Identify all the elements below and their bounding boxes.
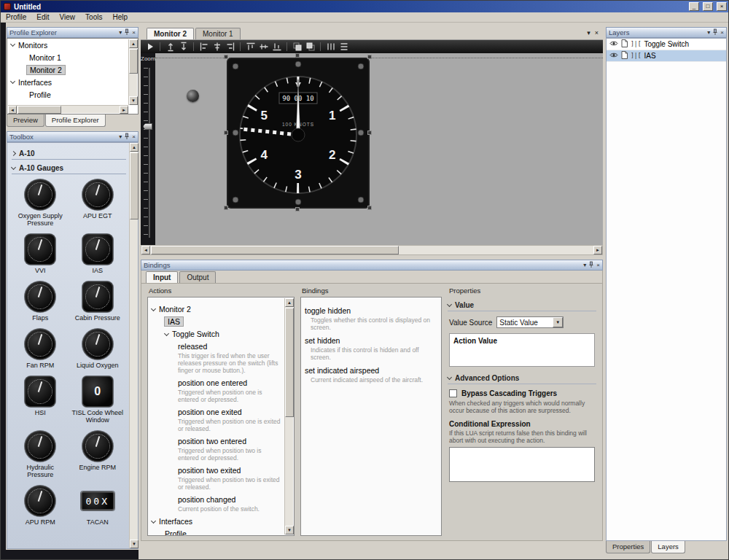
scroll-thumb[interactable] <box>285 308 294 417</box>
binding-toggle-hidden[interactable]: toggle hidden <box>305 306 437 315</box>
expander-icon[interactable] <box>151 518 156 523</box>
tab-preview[interactable]: Preview <box>7 114 44 127</box>
toggle-switch-control[interactable] <box>187 90 199 102</box>
tree-item-monitor-1[interactable]: Monitor 1 <box>7 51 138 63</box>
scroll-left-button[interactable]: ◄ <box>141 246 150 254</box>
tree-item-interfaces[interactable]: Interfaces <box>7 76 138 88</box>
close-document-icon[interactable]: × <box>595 29 599 36</box>
document-list-icon[interactable]: ▾ <box>587 29 590 36</box>
toolbox-header[interactable]: Toolbox ▾ × <box>7 131 139 142</box>
scroll-thumb[interactable] <box>129 49 138 74</box>
tree-item-profile[interactable]: Profile <box>7 88 138 101</box>
tab-output[interactable]: Output <box>179 271 216 283</box>
selection-handle[interactable] <box>295 207 300 211</box>
tab-monitor-2[interactable]: Monitor 2 <box>147 28 194 39</box>
selection-handle[interactable] <box>224 55 228 59</box>
move-up-icon[interactable] <box>164 41 176 52</box>
align-middle-icon[interactable] <box>257 41 270 52</box>
tab-properties[interactable]: Properties <box>606 541 650 553</box>
toolbox-item[interactable]: Liquid Oxygen <box>71 329 125 369</box>
expander-icon[interactable] <box>10 42 15 47</box>
lock-dock-icon[interactable]: ]|[ <box>631 41 641 47</box>
close-icon[interactable]: × <box>132 30 136 36</box>
value-section-header[interactable]: Value <box>448 300 596 311</box>
toolbox-item[interactable]: VVI <box>13 234 67 274</box>
toolbox-vertical-scrollbar[interactable]: ▲ ▼ <box>129 143 138 548</box>
selection-handle[interactable] <box>367 55 372 59</box>
toolbox-item[interactable]: Fan RPM <box>13 329 67 369</box>
close-icon[interactable]: × <box>720 30 724 36</box>
profile-explorer-header[interactable]: Profile Explorer ▾ × <box>7 27 139 38</box>
selection-handle[interactable] <box>224 131 228 135</box>
action-trigger-position-two-entered[interactable]: position two entered <box>178 437 283 446</box>
menu-edit[interactable]: Edit <box>31 13 54 21</box>
distribute-horizontal-icon[interactable] <box>324 41 337 52</box>
align-center-icon[interactable] <box>211 41 223 52</box>
chevron-down-icon[interactable]: ▾ <box>583 262 586 268</box>
layer-row-ias[interactable]: ]|[ IAS <box>607 50 726 62</box>
bypass-cascading-triggers-checkbox[interactable] <box>449 389 457 397</box>
tab-layers[interactable]: Layers <box>651 541 685 553</box>
toolbox-section-a10-gauges[interactable]: A-10 Gauges <box>12 162 126 174</box>
tree-item-monitors[interactable]: Monitors <box>7 39 138 51</box>
scroll-down-button[interactable]: ▼ <box>285 526 294 534</box>
action-trigger-position-one-exited[interactable]: position one exited <box>178 408 283 416</box>
tab-monitor-1[interactable]: Monitor 1 <box>195 28 241 39</box>
scroll-thumb[interactable] <box>130 152 139 219</box>
chevron-down-icon[interactable]: ▾ <box>119 30 122 36</box>
pin-icon[interactable] <box>588 261 594 270</box>
maximize-button[interactable]: □ <box>703 2 713 11</box>
chevron-down-icon[interactable]: ▾ <box>553 317 563 327</box>
scroll-right-button[interactable]: ► <box>120 106 128 114</box>
move-down-icon[interactable] <box>177 41 190 52</box>
toolbox-item[interactable]: 0TISL Code Wheel Window <box>71 376 125 424</box>
tab-input[interactable]: Input <box>146 271 178 283</box>
conditional-expression-input[interactable] <box>449 447 595 482</box>
action-value-input[interactable] <box>453 345 590 362</box>
pin-icon[interactable] <box>124 28 130 37</box>
layer-row-toggle-switch[interactable]: ]|[ Toggle Switch <box>607 39 726 50</box>
canvas-horizontal-scrollbar[interactable]: ◄ ► <box>141 245 603 255</box>
toolbox-section-a10[interactable]: A-10 <box>12 147 126 160</box>
tree-item-monitor-2[interactable]: Monitor 2 <box>7 63 138 76</box>
visibility-eye-icon[interactable] <box>609 52 618 60</box>
zoom-slider-track[interactable] <box>149 68 150 238</box>
selection-handle[interactable] <box>367 206 372 210</box>
expander-icon[interactable] <box>164 330 169 335</box>
expander-icon[interactable] <box>10 79 15 84</box>
toolbox-item[interactable]: Engine RPM <box>71 431 125 478</box>
toolbox-item[interactable]: Hydraulic Pressure <box>13 431 67 478</box>
bring-front-icon[interactable] <box>291 41 303 52</box>
menu-profile[interactable]: Profile <box>1 13 31 21</box>
scroll-down-button[interactable]: ▼ <box>130 540 139 548</box>
action-trigger-position-two-exited[interactable]: position two exited <box>178 466 283 475</box>
scroll-right-button[interactable]: ► <box>593 246 602 254</box>
visibility-eye-icon[interactable] <box>609 40 618 48</box>
align-left-icon[interactable] <box>198 41 210 52</box>
toolbox-item[interactable]: Oxygen Supply Pressure <box>13 179 67 227</box>
minimize-button[interactable]: _ <box>689 2 699 11</box>
scroll-thumb[interactable] <box>151 246 399 254</box>
toolbox-item[interactable]: 00XTACAN <box>71 486 125 526</box>
pin-icon[interactable] <box>124 133 130 141</box>
selection-handle[interactable] <box>295 53 300 58</box>
action-trigger-position-one-entered[interactable]: position one entered <box>178 378 283 387</box>
value-source-select[interactable]: Static Value ▾ <box>496 316 564 328</box>
align-right-icon[interactable] <box>224 41 236 52</box>
selection-handle[interactable] <box>224 206 228 210</box>
close-button[interactable]: × <box>717 2 727 11</box>
play-icon[interactable] <box>144 41 156 52</box>
menu-help[interactable]: Help <box>107 13 133 21</box>
scroll-up-button[interactable]: ▲ <box>129 39 138 48</box>
action-node-interfaces[interactable]: Interfaces <box>152 517 283 526</box>
toolbox-item[interactable]: APU EGT <box>71 179 125 227</box>
design-canvas[interactable]: 90 00 10 1 2 3 4 5 100 KNOTS <box>155 53 603 245</box>
binding-set-indicated-airspeed[interactable]: set indicated airspeed <box>305 366 437 375</box>
title-bar[interactable]: Untitled _ □ × <box>1 1 728 12</box>
scroll-left-button[interactable]: ◄ <box>8 106 17 114</box>
advanced-options-header[interactable]: Advanced Options <box>448 373 596 384</box>
action-trigger-released[interactable]: released <box>178 342 283 351</box>
toolbox-item[interactable]: IAS <box>71 234 125 274</box>
toolbox-item[interactable]: APU RPM <box>13 486 67 526</box>
scroll-down-button[interactable]: ▼ <box>129 96 138 105</box>
